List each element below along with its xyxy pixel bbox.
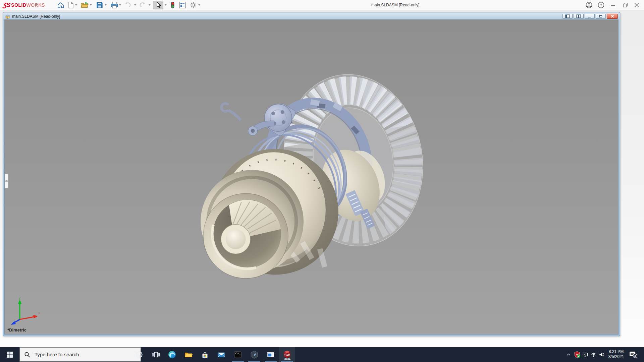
account-button[interactable] bbox=[585, 1, 593, 9]
minimize-button[interactable] bbox=[609, 1, 616, 9]
options-button[interactable] bbox=[189, 1, 197, 9]
new-document-icon bbox=[67, 1, 74, 9]
app-window-title: main.SLDASM [Read-only] bbox=[371, 3, 419, 7]
tray-action-center[interactable]: 3 bbox=[629, 347, 638, 362]
new-document-button[interactable] bbox=[67, 1, 75, 9]
taskbar-file-explorer[interactable] bbox=[180, 347, 197, 362]
command-prompt-icon: C:\_ bbox=[233, 350, 242, 359]
document-title: main.SLDASM [Read-only] bbox=[12, 14, 60, 19]
options-dropdown[interactable] bbox=[198, 4, 200, 6]
taskbar-window-app[interactable] bbox=[263, 347, 279, 362]
window-app-icon bbox=[266, 350, 275, 359]
stoplight-icon bbox=[171, 1, 175, 9]
open-button[interactable] bbox=[80, 1, 89, 9]
open-dropdown[interactable] bbox=[90, 4, 92, 6]
help-icon: ? bbox=[597, 1, 605, 9]
windows-taskbar: Type here to search bbox=[0, 347, 644, 362]
select-tool-dropdown[interactable] bbox=[165, 4, 167, 6]
tray-meet-now[interactable] bbox=[581, 347, 589, 362]
gear-icon bbox=[190, 1, 197, 9]
taskbar-solidworks[interactable]: SW 2021 bbox=[279, 347, 295, 362]
home-button[interactable] bbox=[57, 1, 65, 9]
engine-3d-model[interactable] bbox=[5, 20, 618, 334]
taskbar-command-prompt[interactable]: C:\_ bbox=[230, 347, 246, 362]
save-button[interactable] bbox=[96, 1, 104, 9]
save-dropdown[interactable] bbox=[105, 4, 107, 6]
taskbar-edge[interactable] bbox=[164, 347, 180, 362]
wifi-icon bbox=[590, 351, 597, 358]
document-titlebar: main.SLDASM [Read-only] bbox=[4, 13, 619, 19]
hexagon-app-icon bbox=[250, 350, 259, 359]
split-pane-button[interactable] bbox=[574, 14, 584, 19]
search-icon bbox=[24, 352, 30, 358]
clock-date: 3/5/2021 bbox=[606, 354, 627, 359]
print-button[interactable] bbox=[110, 1, 118, 9]
solidworks-logo-glyph: ƷS bbox=[3, 1, 10, 9]
graphics-viewport[interactable]: y x *Dimetric bbox=[4, 19, 619, 335]
menu-expand-arrow[interactable] bbox=[36, 3, 38, 6]
redo-icon bbox=[139, 2, 147, 8]
tray-solidworks-status[interactable]: SW bbox=[573, 347, 581, 362]
home-icon bbox=[57, 1, 64, 9]
svg-text:SW: SW bbox=[284, 353, 290, 357]
tray-volume[interactable] bbox=[598, 347, 606, 362]
undo-dropdown[interactable] bbox=[134, 4, 136, 6]
collapse-left-pane-button[interactable] bbox=[562, 14, 573, 19]
taskbar-microsoft-store[interactable] bbox=[197, 347, 213, 362]
doc-close-button[interactable] bbox=[607, 14, 618, 19]
tray-network[interactable] bbox=[590, 347, 598, 362]
doc-minimize-button[interactable] bbox=[585, 14, 595, 19]
svg-text:C:\_: C:\_ bbox=[235, 352, 241, 355]
selection-filter-button[interactable] bbox=[169, 1, 176, 9]
speaker-icon bbox=[598, 351, 605, 358]
minimize-icon bbox=[609, 1, 616, 9]
open-folder-icon bbox=[80, 1, 89, 9]
close-button[interactable] bbox=[633, 1, 640, 9]
tray-show-hidden-icons[interactable] bbox=[565, 347, 573, 362]
redo-dropdown[interactable] bbox=[149, 4, 151, 6]
select-arrow-icon bbox=[155, 2, 161, 8]
taskbar-mail[interactable] bbox=[213, 347, 229, 362]
help-button[interactable]: ? bbox=[597, 1, 605, 9]
user-account-icon bbox=[585, 1, 593, 9]
file-properties-icon bbox=[179, 1, 186, 9]
document-window: main.SLDASM [Read-only] bbox=[3, 12, 620, 336]
chevron-up-icon bbox=[566, 352, 572, 358]
undo-button[interactable] bbox=[124, 1, 132, 9]
windows-logo-icon bbox=[6, 351, 13, 358]
orientation-triad: y x bbox=[9, 296, 41, 325]
axis-y-label: y bbox=[19, 296, 20, 300]
restore-button[interactable] bbox=[622, 1, 629, 9]
task-view-icon bbox=[152, 351, 160, 359]
taskbar-cortana[interactable] bbox=[131, 347, 147, 362]
new-document-dropdown[interactable] bbox=[75, 4, 77, 6]
notification-badge: 3 bbox=[634, 354, 636, 358]
edge-icon bbox=[168, 350, 176, 359]
undo-icon bbox=[124, 2, 132, 8]
search-placeholder: Type here to search bbox=[35, 352, 79, 357]
taskbar-hexagon-app[interactable] bbox=[246, 347, 262, 362]
print-dropdown[interactable] bbox=[119, 4, 121, 6]
taskbar-task-view[interactable] bbox=[148, 347, 164, 362]
file-properties-button[interactable] bbox=[178, 1, 186, 9]
clock-time: 8:21 PM bbox=[606, 349, 627, 354]
solidworks-logo: ƷS SOLIDWORKS bbox=[3, 1, 45, 9]
doc-close-icon bbox=[610, 14, 614, 18]
restore-icon bbox=[622, 1, 629, 9]
microsoft-store-icon bbox=[201, 351, 209, 359]
start-button[interactable] bbox=[0, 347, 19, 362]
svg-text:2021: 2021 bbox=[284, 357, 290, 360]
select-tool-button[interactable] bbox=[153, 1, 163, 9]
redo-button[interactable] bbox=[139, 1, 147, 9]
feature-pane-splitter[interactable] bbox=[5, 174, 8, 188]
close-icon bbox=[633, 1, 640, 9]
doc-restore-button[interactable] bbox=[596, 14, 606, 19]
svg-text:?: ? bbox=[600, 3, 602, 7]
solidworks-shield-icon: SW bbox=[574, 351, 581, 358]
axis-x-label: x bbox=[38, 311, 40, 315]
tray-clock[interactable]: 8:21 PM 3/5/2021 bbox=[606, 349, 627, 359]
notification-icon: 3 bbox=[629, 350, 638, 359]
solidworks-app-icon: SW 2021 bbox=[282, 349, 292, 360]
taskbar-search-input[interactable]: Type here to search bbox=[19, 347, 141, 362]
doc-minimize-icon bbox=[588, 14, 592, 18]
